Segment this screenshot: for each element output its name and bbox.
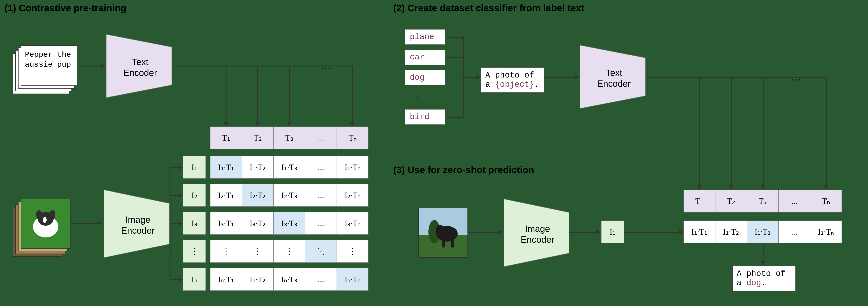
m01: I₁·T₂ bbox=[242, 156, 274, 179]
m12: I₂·T₃ bbox=[274, 184, 305, 207]
out-object: dog bbox=[746, 278, 761, 288]
i3: I₃ bbox=[183, 212, 206, 235]
m34: ⋮ bbox=[337, 240, 368, 263]
image-encoder-1: Image Encoder bbox=[104, 190, 169, 257]
panel3-title: (3) Use for zero-shot prediction bbox=[393, 164, 534, 175]
in: Iₙ bbox=[183, 268, 206, 290]
p3-r1: I₁·T₂ bbox=[715, 221, 747, 243]
i-vdots: ⋮ bbox=[183, 240, 206, 263]
p3-tel: ... bbox=[778, 190, 810, 212]
ellipsis-h-2: … bbox=[791, 71, 801, 83]
ellipsis-h-1: … bbox=[321, 60, 331, 71]
m14: I₂·Tₙ bbox=[337, 184, 368, 207]
label-bird: bird bbox=[405, 110, 445, 125]
m21: I₃·T₂ bbox=[242, 212, 274, 235]
m42: Iₙ·T₃ bbox=[274, 268, 305, 290]
svg-rect-14 bbox=[442, 239, 445, 247]
m04: I₁·Tₙ bbox=[337, 156, 368, 179]
p3-r2: I₁·T₃ bbox=[747, 221, 778, 243]
m03: ... bbox=[305, 156, 337, 179]
m30: ⋮ bbox=[210, 240, 242, 263]
m13: ... bbox=[305, 184, 337, 207]
label-dog: dog bbox=[405, 70, 445, 85]
m02: I₁·T₃ bbox=[274, 156, 305, 179]
puppy-icon bbox=[21, 199, 70, 248]
prompt-post: . bbox=[534, 80, 539, 89]
p3-r3: ... bbox=[778, 221, 810, 243]
m32: ⋮ bbox=[274, 240, 305, 263]
prompt-template: A photo of a {object}. bbox=[481, 67, 544, 93]
t1: T₁ bbox=[210, 127, 242, 149]
image-encoder-2-label: Image Encoder bbox=[517, 223, 558, 245]
out-post: . bbox=[761, 278, 766, 288]
t-ell: ... bbox=[305, 127, 337, 149]
m22: I₃·T₃ bbox=[274, 212, 305, 235]
m24: I₃·Tₙ bbox=[337, 212, 368, 235]
p3-tn: Tₙ bbox=[810, 190, 842, 212]
label-plane: plane bbox=[405, 29, 445, 44]
label-car: car bbox=[405, 50, 445, 65]
m40: Iₙ·T₁ bbox=[210, 268, 242, 290]
panel2-title: (2) Create dataset classifier from label… bbox=[393, 3, 584, 13]
text-encoder-2-label: Text Encoder bbox=[596, 67, 632, 89]
svg-rect-15 bbox=[451, 239, 454, 247]
m11: I₂·T₂ bbox=[242, 184, 274, 207]
text-encoder-1: Text Encoder bbox=[106, 34, 172, 98]
m44: Iₙ·Tₙ bbox=[337, 268, 368, 290]
p3-r0: I₁·T₁ bbox=[684, 221, 715, 243]
m33: ⋱ bbox=[305, 240, 337, 263]
p3-t3: T₃ bbox=[747, 190, 778, 212]
p3-t2: T₂ bbox=[715, 190, 747, 212]
query-image bbox=[418, 208, 468, 257]
svg-point-13 bbox=[436, 225, 445, 235]
m10: I₂·T₁ bbox=[210, 184, 242, 207]
i1-query: I₁ bbox=[601, 221, 624, 243]
text-encoder-1-label: Text Encoder bbox=[122, 57, 158, 78]
p3-r4: I₁·Tₙ bbox=[810, 221, 842, 243]
m31: ⋮ bbox=[242, 240, 274, 263]
m20: I₃·T₁ bbox=[210, 212, 242, 235]
m43: ... bbox=[305, 268, 337, 290]
vdots-1: ⋮ bbox=[168, 248, 172, 250]
text-encoder-2: Text Encoder bbox=[580, 45, 646, 109]
m23: ... bbox=[305, 212, 337, 235]
i1: I₁ bbox=[183, 156, 206, 179]
t3: T₃ bbox=[274, 127, 305, 149]
tn: Tₙ bbox=[337, 127, 368, 149]
image-encoder-2: Image Encoder bbox=[504, 199, 569, 267]
p3-t1: T₁ bbox=[684, 190, 715, 212]
panel1-title: (1) Contrastive pre-training bbox=[4, 3, 126, 13]
prediction-output: A photo of a dog. bbox=[733, 266, 796, 291]
i2: I₂ bbox=[183, 184, 206, 207]
labels-vdots: ⋮ bbox=[414, 95, 418, 98]
t2: T₂ bbox=[242, 127, 274, 149]
image-encoder-1-label: Image Encoder bbox=[118, 214, 158, 236]
m00: I₁·T₁ bbox=[210, 156, 242, 179]
dog-photo-icon bbox=[418, 208, 467, 257]
caption-text: Pepper the aussie pup bbox=[21, 45, 78, 74]
m41: Iₙ·T₂ bbox=[242, 268, 274, 290]
prompt-object: {object} bbox=[495, 80, 534, 89]
